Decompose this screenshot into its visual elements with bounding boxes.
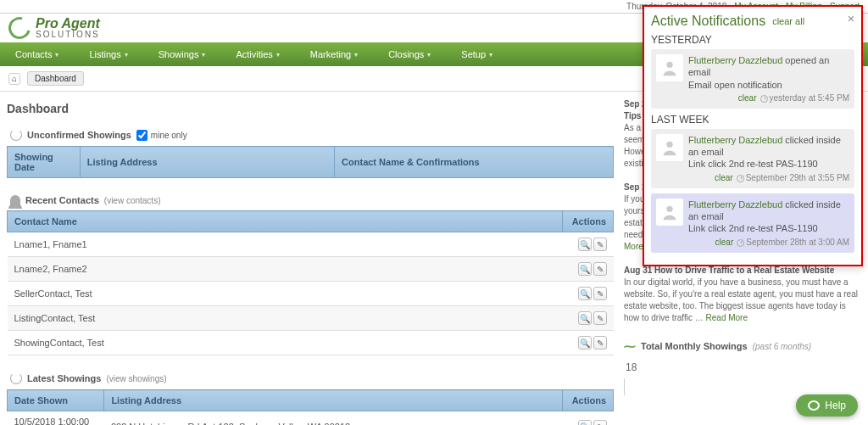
view-icon[interactable]: 🔍 — [578, 311, 592, 325]
notification-actor[interactable]: Flutterberry Dazzlebud — [688, 135, 782, 145]
notification-detail: Link click 2nd re-test PAS-1190 — [688, 159, 818, 169]
table-row: SellerContact, Test🔍✎ — [8, 282, 614, 306]
nav-contacts[interactable]: Contacts▾ — [0, 42, 74, 66]
close-icon[interactable]: × — [848, 12, 854, 25]
view-contacts-link[interactable]: (view contacts) — [104, 196, 161, 205]
edit-icon[interactable]: ✎ — [593, 420, 607, 425]
col-contact-confirm[interactable]: Contact Name & Confirmations — [335, 147, 614, 178]
contact-name-cell[interactable]: Lname1, Fname1 — [8, 232, 563, 257]
mine-only-toggle[interactable]: mine only — [136, 130, 187, 141]
news-item: Aug 31 How to Drive Traffic to a Real Es… — [624, 265, 861, 324]
notification-clear-link[interactable]: clear — [715, 238, 734, 247]
nav-showings[interactable]: Showings▾ — [143, 42, 221, 66]
edit-icon[interactable]: ✎ — [593, 336, 607, 350]
clock-icon — [760, 95, 768, 103]
logo[interactable]: Pro Agent SOLUTIONS — [8, 17, 100, 39]
view-icon[interactable]: 🔍 — [578, 420, 592, 425]
edit-icon[interactable]: ✎ — [593, 287, 607, 300]
mine-only-label: mine only — [151, 131, 187, 140]
clear-all-link[interactable]: clear all — [772, 16, 804, 26]
notification-detail: Email open notification — [688, 80, 782, 90]
col-listing-address[interactable]: Listing Address — [80, 147, 334, 178]
avatar-icon — [656, 199, 683, 226]
nav-listings[interactable]: Listings▾ — [74, 42, 142, 66]
chevron-down-icon: ▾ — [202, 51, 205, 59]
nav-closings[interactable]: Closings▾ — [373, 42, 446, 66]
edit-icon[interactable]: ✎ — [593, 238, 607, 251]
notification-actor[interactable]: Flutterberry Dazzlebud — [688, 55, 782, 65]
svg-point-0 — [666, 62, 672, 68]
svg-point-1 — [666, 142, 672, 148]
chevron-down-icon: ▾ — [354, 51, 358, 59]
avatar-icon — [656, 134, 683, 161]
notifications-panel: × Active Notifications clear all YESTERD… — [643, 5, 863, 266]
col-listing-address[interactable]: Listing Address — [104, 390, 563, 411]
chart-canvas — [624, 378, 861, 395]
notifications-title: Active Notifications — [651, 14, 765, 29]
page-title: Dashboard — [7, 102, 614, 115]
clock-icon — [737, 239, 744, 247]
refresh-icon[interactable] — [10, 372, 22, 384]
logo-swoosh-icon — [4, 13, 35, 43]
chart-subtitle: (past 6 months) — [753, 342, 811, 351]
col-showing-date[interactable]: Showing Date — [8, 147, 81, 178]
contact-name-cell[interactable]: SellerContact, Test — [8, 282, 563, 306]
view-icon[interactable]: 🔍 — [578, 238, 592, 251]
nav-setup[interactable]: Setup▾ — [446, 42, 508, 66]
contact-name-cell[interactable]: ListingContact, Test — [8, 306, 563, 331]
notification-card[interactable]: Flutterberry Dazzlebud opened an emailEm… — [651, 49, 854, 109]
col-actions[interactable]: Actions — [563, 211, 614, 232]
col-actions[interactable]: Actions — [563, 390, 614, 411]
notification-time: September 29th at 3:55 PM — [746, 173, 849, 182]
contact-name-cell[interactable]: ShowingContact, Test — [8, 331, 563, 355]
notification-group-header: LAST WEEK — [651, 114, 854, 126]
logo-line1: Pro Agent — [36, 17, 100, 31]
help-label: Help — [825, 400, 846, 411]
breadcrumb-item[interactable]: Dashboard — [27, 71, 84, 86]
logo-text: Pro Agent SOLUTIONS — [36, 17, 100, 39]
chevron-down-icon: ▾ — [276, 51, 280, 59]
view-icon[interactable]: 🔍 — [578, 262, 592, 276]
date-shown-cell: 10/5/2018 1:00:00 AM — [8, 411, 104, 426]
col-contact-name[interactable]: Contact Name — [8, 211, 563, 232]
notification-actor[interactable]: Flutterberry Dazzlebud — [688, 199, 782, 210]
notification-card[interactable]: Flutterberry Dazzlebud clicked inside an… — [651, 129, 854, 188]
notification-detail: Link click 2nd re-test PAS-1190 — [688, 223, 818, 233]
notification-card[interactable]: Flutterberry Dazzlebud clicked inside an… — [651, 193, 854, 253]
col-date-shown[interactable]: Date Shown — [8, 390, 104, 411]
chart-y-value: 18 — [624, 356, 861, 378]
read-more-link[interactable]: Read More — [706, 313, 748, 322]
chart-title: Total Monthly Showings — [641, 341, 748, 351]
nav-marketing[interactable]: Marketing▾ — [295, 42, 373, 66]
table-row: ShowingContact, Test🔍✎ — [8, 331, 614, 355]
view-showings-link[interactable]: (view showings) — [106, 374, 166, 383]
view-icon[interactable]: 🔍 — [578, 287, 592, 300]
contact-name-cell[interactable]: Lname2, Fname2 — [8, 257, 563, 282]
chart-line-icon: ⁓ — [624, 339, 636, 353]
table-row: Lname1, Fname1🔍✎ — [8, 232, 614, 257]
home-icon[interactable]: ⌂ — [8, 73, 20, 85]
logo-line2: SOLUTIONS — [36, 31, 100, 39]
avatar-icon — [656, 54, 683, 81]
table-row: 10/5/2018 1:00:00 AM222 N Hutchinson Rd … — [8, 411, 614, 426]
help-button[interactable]: Help — [796, 394, 858, 417]
section-monthly-showings: ⁓ Total Monthly Showings (past 6 months) — [624, 336, 861, 356]
edit-icon[interactable]: ✎ — [593, 262, 607, 276]
refresh-icon[interactable] — [10, 129, 22, 141]
edit-icon[interactable]: ✎ — [593, 311, 607, 325]
svg-point-2 — [666, 205, 672, 211]
notification-clear-link[interactable]: clear — [715, 173, 733, 182]
nav-activities[interactable]: Activities▾ — [220, 42, 294, 66]
notification-clear-link[interactable]: clear — [738, 93, 757, 103]
chevron-down-icon: ▾ — [125, 51, 128, 59]
latest-showings-table: Date Shown Listing Address Actions 10/5/… — [7, 389, 614, 425]
chat-bubble-icon — [808, 400, 820, 411]
section-latest-showings: Latest Showings (view showings) — [7, 367, 614, 389]
notification-time: yesterday at 5:45 PM — [770, 93, 850, 103]
view-icon[interactable]: 🔍 — [578, 336, 592, 350]
section-unconfirmed-showings: Unconfirmed Showings mine only — [7, 124, 614, 146]
table-row: ListingContact, Test🔍✎ — [8, 306, 614, 331]
listing-address-cell[interactable]: 222 N Hutchinson Rd Apt 102, Spokane Val… — [104, 411, 563, 426]
mine-only-checkbox[interactable] — [136, 130, 147, 141]
notification-time: September 28th at 3:00 AM — [746, 238, 849, 247]
